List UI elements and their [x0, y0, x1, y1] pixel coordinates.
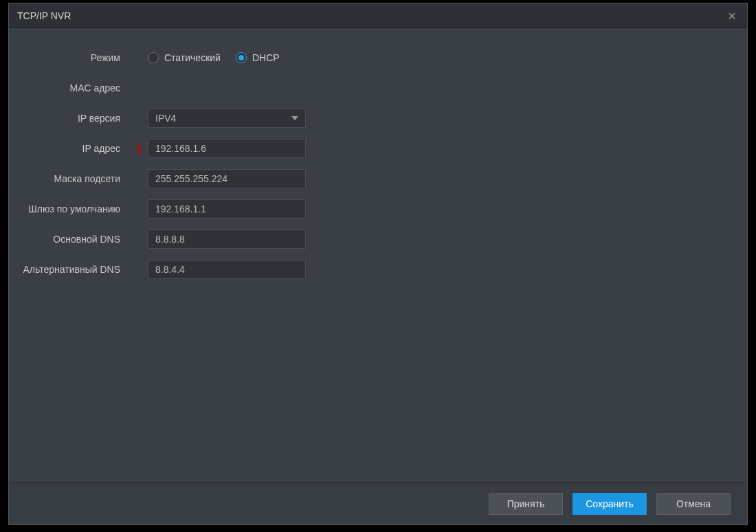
radio-icon-selected [236, 52, 247, 63]
label-mode: Режим [23, 52, 133, 63]
row-subnet: Маска подсети [23, 168, 733, 189]
chevron-down-icon [291, 116, 298, 120]
row-mac: MAC адрес [23, 78, 733, 98]
radio-dhcp-label: DHCP [252, 52, 280, 63]
close-icon[interactable]: × [725, 8, 739, 24]
label-ip-address: IP адрес [23, 143, 133, 154]
dialog-content: Режим Статический DHCP MAC адрес IP верс… [9, 28, 747, 482]
dialog-title: TCP/IP NVR [17, 10, 71, 21]
ip-version-select[interactable]: IPV4 [148, 109, 306, 128]
dialog-titlebar: TCP/IP NVR × [9, 3, 747, 28]
row-dns-alt: Альтернативный DNS [23, 259, 733, 280]
save-button[interactable]: Сохранить [572, 493, 647, 515]
label-mac: MAC адрес [23, 82, 133, 93]
radio-static[interactable]: Статический [148, 52, 221, 63]
subnet-mask-input[interactable] [148, 169, 306, 188]
label-ip-version: IP версия [23, 113, 133, 124]
label-dns-alt: Альтернативный DNS [23, 264, 133, 275]
radio-dhcp[interactable]: DHCP [236, 52, 280, 63]
radio-dot-icon [238, 55, 244, 60]
radio-static-label: Статический [164, 52, 221, 63]
row-ip-version: IP версия IPV4 [23, 108, 733, 129]
row-gateway: Шлюз по умолчанию [23, 199, 733, 219]
gateway-input[interactable] [148, 199, 306, 219]
label-dns-primary: Основной DNS [23, 234, 133, 245]
dialog-footer: Принять Сохранить Отмена [9, 482, 747, 524]
tcpip-dialog: TCP/IP NVR × Режим Статический DHCP MAC … [8, 3, 748, 525]
ip-address-input[interactable] [148, 139, 306, 158]
mode-radio-group: Статический DHCP [148, 52, 280, 63]
row-ip-address: IP адрес 1. [23, 138, 733, 159]
dns-primary-input[interactable] [148, 230, 306, 249]
row-mode: Режим Статический DHCP [23, 47, 733, 68]
annotation-1: 1. [133, 142, 148, 156]
label-subnet: Маска подсети [23, 173, 133, 184]
ip-version-value: IPV4 [155, 113, 176, 124]
label-gateway: Шлюз по умолчанию [23, 203, 133, 214]
radio-icon [148, 52, 159, 63]
row-dns-primary: Основной DNS [23, 229, 733, 250]
cancel-button[interactable]: Отмена [656, 493, 731, 515]
dns-alt-input[interactable] [148, 260, 306, 279]
apply-button[interactable]: Принять [489, 493, 563, 515]
